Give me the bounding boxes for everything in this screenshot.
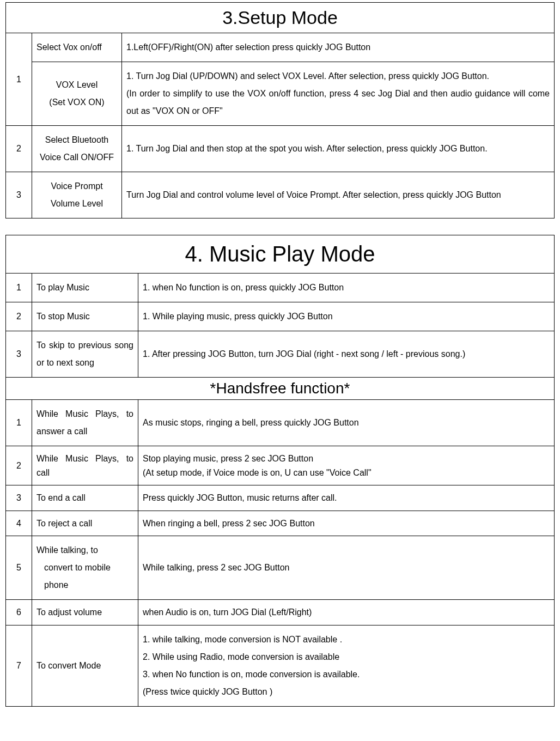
handsfree-title: *Handsfree function* xyxy=(6,378,555,400)
music-play-header-row: 4. Music Play Mode xyxy=(6,235,555,274)
table-row: 1 Select Vox on/off 1.Left(OFF)/Right(ON… xyxy=(6,33,555,62)
description-line: (At setup mode, if Voice mode is on, U c… xyxy=(143,466,550,480)
table-row: 5 While talking, to convert to mobile ph… xyxy=(6,536,555,600)
function-line: Select Bluetooth xyxy=(45,135,109,144)
row-number: 6 xyxy=(6,600,32,625)
function-line: (Set VOX ON) xyxy=(49,98,104,107)
function-line: convert to mobile xyxy=(36,559,133,576)
description-line: 1. Turn Jog Dial (UP/DOWN) and select VO… xyxy=(126,68,550,85)
table-row: 6 To adjust volume when Audio is on, tur… xyxy=(6,600,555,625)
function-cell: While talking, to convert to mobile phon… xyxy=(32,536,138,600)
function-cell: To reject a call xyxy=(32,511,138,536)
table-row: 3 To end a call Press quickly JOG Button… xyxy=(6,485,555,511)
description-line: 2. While using Radio, mode conversion is… xyxy=(143,648,550,666)
function-line: VOX Level xyxy=(56,80,98,89)
function-line: Voice Call ON/OFF xyxy=(40,153,114,162)
description-cell: when Audio is on, turn JOG Dial (Left/Ri… xyxy=(138,600,555,625)
function-cell: To convert Mode xyxy=(32,625,138,706)
function-line: phone xyxy=(36,576,133,594)
row-number: 2 xyxy=(6,302,32,331)
handsfree-header-row: *Handsfree function* xyxy=(6,378,555,400)
description-cell: Turn Jog Dial and control volume level o… xyxy=(122,172,555,218)
table-row: 1 While Music Plays, to answer a call As… xyxy=(6,400,555,446)
setup-mode-header-row: 3.Setup Mode xyxy=(6,3,555,33)
description-line: 3. when No function is on, mode conversi… xyxy=(143,666,550,683)
function-line: Volume Level xyxy=(51,199,103,208)
description-line: Stop playing music, press 2 sec JOG Butt… xyxy=(143,452,550,466)
function-cell: While Music Plays, to answer a call xyxy=(32,400,138,446)
description-line: (Press twice quickly JOG Button ) xyxy=(143,683,550,701)
row-number: 3 xyxy=(6,331,32,378)
function-line: While talking, to xyxy=(36,542,133,559)
row-number: 3 xyxy=(6,172,32,218)
row-number: 1 xyxy=(6,400,32,446)
table-row: 2 While Music Plays, to call Stop playin… xyxy=(6,446,555,485)
function-cell: To skip to previous song or to next song xyxy=(32,331,138,378)
row-number: 1 xyxy=(6,274,32,302)
description-cell: 1. After pressing JOG Button, turn JOG D… xyxy=(138,331,555,378)
description-cell: Press quickly JOG Button, music returns … xyxy=(138,485,555,511)
function-cell: To adjust volume xyxy=(32,600,138,625)
function-cell: To play Music xyxy=(32,274,138,302)
row-number: 1 xyxy=(6,33,32,126)
description-cell: 1. while talking, mode conversion is NOT… xyxy=(138,625,555,706)
function-cell: Select Bluetooth Voice Call ON/OFF xyxy=(32,126,122,172)
description-cell: 1.Left(OFF)/Right(ON) after selection pr… xyxy=(122,33,555,62)
description-line: 1. while talking, mode conversion is NOT… xyxy=(143,631,550,648)
description-cell: 1. Turn Jog Dial and then stop at the sp… xyxy=(122,126,555,172)
row-number: 5 xyxy=(6,536,32,600)
table-row: 2 Select Bluetooth Voice Call ON/OFF 1. … xyxy=(6,126,555,172)
setup-mode-title: 3.Setup Mode xyxy=(6,3,555,33)
table-row: 7 To convert Mode 1. while talking, mode… xyxy=(6,625,555,706)
description-cell: Stop playing music, press 2 sec JOG Butt… xyxy=(138,446,555,485)
description-cell: When ringing a bell, press 2 sec JOG But… xyxy=(138,511,555,536)
table-row: 2 To stop Music 1. While playing music, … xyxy=(6,302,555,331)
table-row: 4 To reject a call When ringing a bell, … xyxy=(6,511,555,536)
description-line: (In order to simplify to use the VOX on/… xyxy=(126,85,550,120)
function-cell: While Music Plays, to call xyxy=(32,446,138,485)
table-row: VOX Level (Set VOX ON) 1. Turn Jog Dial … xyxy=(6,62,555,126)
row-number: 3 xyxy=(6,485,32,511)
row-number: 7 xyxy=(6,625,32,706)
row-number: 2 xyxy=(6,446,32,485)
table-row: 1 To play Music 1. when No function is o… xyxy=(6,274,555,302)
row-number: 4 xyxy=(6,511,32,536)
description-cell: 1. Turn Jog Dial (UP/DOWN) and select VO… xyxy=(122,62,555,126)
function-cell: To end a call xyxy=(32,485,138,511)
function-cell: To stop Music xyxy=(32,302,138,331)
setup-mode-table: 3.Setup Mode 1 Select Vox on/off 1.Left(… xyxy=(5,2,555,218)
description-cell: 1. when No function is on, press quickly… xyxy=(138,274,555,302)
description-cell: While talking, press 2 sec JOG Button xyxy=(138,536,555,600)
function-cell: Select Vox on/off xyxy=(32,33,122,62)
table-row: 3 To skip to previous song or to next so… xyxy=(6,331,555,378)
description-cell: 1. While playing music, press quickly JO… xyxy=(138,302,555,331)
table-row: 3 Voice Prompt Volume Level Turn Jog Dia… xyxy=(6,172,555,218)
music-play-mode-table: 4. Music Play Mode 1 To play Music 1. wh… xyxy=(5,235,555,707)
function-cell: VOX Level (Set VOX ON) xyxy=(32,62,122,126)
description-cell: As music stops, ringing a bell, press qu… xyxy=(138,400,555,446)
function-line: Voice Prompt xyxy=(51,181,102,191)
row-number: 2 xyxy=(6,126,32,172)
function-cell: Voice Prompt Volume Level xyxy=(32,172,122,218)
music-play-title: 4. Music Play Mode xyxy=(6,235,555,274)
